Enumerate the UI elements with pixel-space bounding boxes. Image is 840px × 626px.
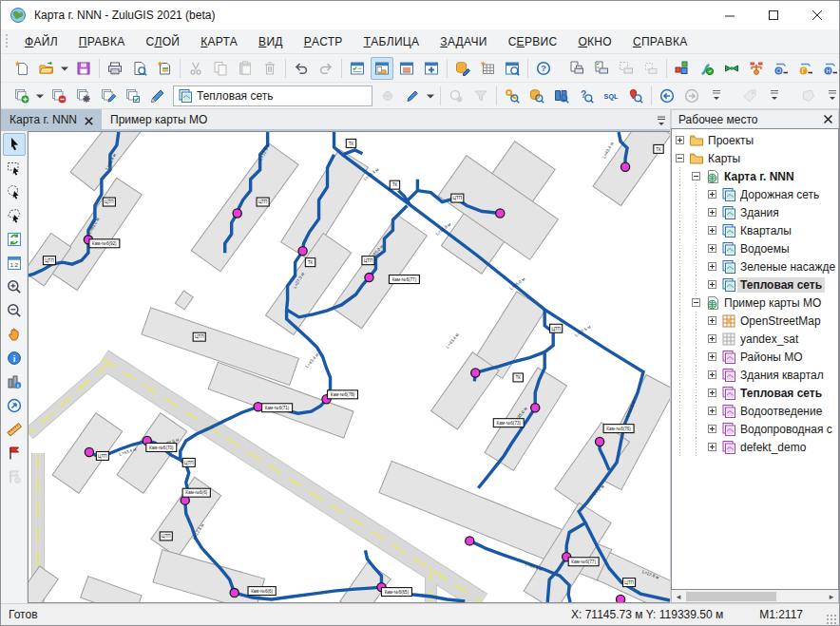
layer-add-button[interactable] bbox=[10, 85, 33, 107]
menu-11[interactable]: СПРАВКА bbox=[622, 29, 698, 53]
tree-item-yandex_sat[interactable]: yandex_sat bbox=[672, 330, 838, 348]
info-object-tool-button[interactable]: i bbox=[3, 370, 26, 393]
scroll-thumb[interactable] bbox=[686, 592, 776, 601]
tree-item-пример-карты-мо[interactable]: Пример карты МО bbox=[672, 294, 838, 312]
print-preview-button[interactable] bbox=[128, 57, 151, 80]
mode-return-button[interactable]: Г bbox=[794, 57, 817, 80]
tree-item-тепловая-сеть[interactable]: Тепловая сеть bbox=[672, 275, 838, 294]
zoom-out-tool-button[interactable] bbox=[3, 299, 26, 322]
tree-item-здания-квартал[interactable]: Здания квартал bbox=[672, 366, 838, 384]
menu-grip[interactable] bbox=[5, 33, 10, 50]
window-scale-tool-button[interactable]: 1:2 bbox=[3, 252, 26, 275]
nav-go-tool-button[interactable] bbox=[3, 394, 26, 417]
open-button[interactable] bbox=[35, 57, 58, 80]
overflow-button[interactable] bbox=[705, 85, 728, 107]
menu-10[interactable]: ОКНО bbox=[567, 29, 622, 53]
maximize-button[interactable] bbox=[752, 1, 795, 29]
tree-item-водопроводная-с[interactable]: Водопроводная с bbox=[672, 420, 838, 438]
expand-icon[interactable] bbox=[676, 136, 684, 144]
panel-close-icon[interactable] bbox=[822, 113, 834, 125]
network-node[interactable] bbox=[230, 588, 239, 597]
thermo-start-button[interactable] bbox=[696, 57, 718, 80]
help-button[interactable]: ? bbox=[532, 57, 555, 80]
menu-6[interactable]: РАСТР bbox=[294, 29, 353, 53]
find-address-button[interactable] bbox=[624, 85, 647, 107]
nav-back-button[interactable] bbox=[656, 85, 678, 107]
db-edit-button[interactable] bbox=[451, 57, 474, 80]
map-tab-2[interactable]: Пример карты МО bbox=[102, 109, 216, 129]
expand-icon[interactable] bbox=[708, 316, 716, 325]
expand-icon[interactable] bbox=[708, 190, 716, 199]
menu-5[interactable]: ВИД bbox=[248, 29, 294, 53]
expand-icon[interactable] bbox=[708, 208, 716, 217]
dropdown-arrow-button[interactable] bbox=[426, 85, 436, 107]
select-circle-tool-button[interactable] bbox=[3, 180, 26, 203]
collapse-icon[interactable] bbox=[692, 172, 700, 180]
network-node[interactable] bbox=[471, 369, 480, 377]
thermo-consumer-button[interactable] bbox=[745, 57, 768, 80]
collapse-icon[interactable] bbox=[676, 154, 684, 162]
expand-icon[interactable] bbox=[708, 425, 716, 433]
dropdown-arrow-button[interactable] bbox=[35, 85, 46, 107]
tree-item-кварталы[interactable]: Кварталы bbox=[672, 221, 838, 239]
network-node[interactable] bbox=[531, 404, 540, 412]
expand-icon[interactable] bbox=[708, 280, 716, 289]
print-button[interactable] bbox=[104, 57, 126, 80]
overflow-button[interactable] bbox=[763, 85, 786, 107]
expand-icon[interactable] bbox=[708, 352, 716, 361]
expand-icon[interactable] bbox=[708, 334, 716, 343]
tree-item-проекты[interactable]: Проекты bbox=[672, 131, 838, 149]
window-workspace-button[interactable] bbox=[371, 57, 393, 80]
sql-button[interactable]: SQL bbox=[600, 85, 622, 107]
dropdown-arrow-button[interactable] bbox=[60, 57, 70, 80]
expand-icon[interactable] bbox=[708, 407, 716, 415]
select-rect-tool-button[interactable] bbox=[3, 157, 26, 180]
expand-icon[interactable] bbox=[708, 370, 716, 379]
layer-visibility-button[interactable] bbox=[122, 85, 144, 107]
select-poly-tool-button[interactable] bbox=[3, 204, 26, 227]
flag-tool-button[interactable] bbox=[3, 442, 26, 465]
zoom-in-tool-button[interactable] bbox=[3, 275, 26, 298]
mode-supply-button[interactable]: О bbox=[770, 57, 792, 80]
network-node[interactable] bbox=[496, 209, 505, 218]
new-doc-button[interactable] bbox=[10, 57, 33, 80]
tree-item-водоемы[interactable]: Водоемы bbox=[672, 239, 838, 257]
find-key-button[interactable] bbox=[501, 85, 524, 107]
tree-item-зеленые-насажде[interactable]: Зеленые насажде bbox=[672, 257, 838, 275]
menu-2[interactable]: ПРАВКА bbox=[68, 29, 136, 53]
undo-button[interactable] bbox=[290, 57, 313, 80]
scroll-left-icon[interactable]: ◂ bbox=[672, 590, 685, 602]
edit-mode-button[interactable] bbox=[146, 85, 169, 107]
menu-9[interactable]: СЕРВИС bbox=[498, 29, 568, 53]
mode-head-button[interactable]: Н bbox=[819, 57, 839, 80]
report-new-button[interactable] bbox=[153, 57, 176, 80]
tree-item-районы-мо[interactable]: Районы МО bbox=[672, 348, 838, 366]
tree-item-дорожная-сеть[interactable]: Дорожная сеть bbox=[672, 185, 838, 203]
tree-item-openstreetmap[interactable]: OpenStreetMap bbox=[672, 312, 838, 330]
menu-7[interactable]: ТАБЛИЦА bbox=[353, 29, 430, 53]
map-canvas[interactable]: L=43.4 мL=12.8 мL=85.0 мL=27.5 мL=12.8 м… bbox=[28, 131, 670, 603]
tree-item-здания[interactable]: Здания bbox=[672, 203, 838, 221]
refresh-tool-button[interactable] bbox=[3, 228, 26, 251]
cursor-tool-button[interactable] bbox=[3, 133, 26, 156]
ruler-tool-button[interactable] bbox=[3, 418, 26, 441]
find-help-button[interactable]: ? bbox=[575, 85, 598, 107]
menu-4[interactable]: КАРТА bbox=[190, 29, 248, 53]
tree-item-карты[interactable]: Карты bbox=[672, 149, 838, 167]
menu-1[interactable]: ФАЙЛ bbox=[14, 29, 68, 53]
heat-network-map[interactable]: L=43.4 мL=12.8 мL=85.0 мL=27.5 мL=12.8 м… bbox=[29, 132, 670, 602]
network-node[interactable] bbox=[365, 274, 373, 282]
tree-item-карта-г-nnn[interactable]: Карта г. NNN bbox=[672, 167, 838, 185]
expand-icon[interactable] bbox=[708, 244, 716, 253]
tab-list-button[interactable] bbox=[653, 114, 670, 129]
tree-item-водоотведение[interactable]: Водоотведение bbox=[672, 402, 838, 420]
tree-item-defekt_demo[interactable]: defekt_demo bbox=[672, 438, 838, 456]
tree-item-тепловая-сеть[interactable]: Тепловая сеть bbox=[672, 384, 838, 402]
expand-icon[interactable] bbox=[708, 262, 716, 271]
scroll-right-icon[interactable]: ▸ bbox=[825, 590, 838, 602]
active-layer-combobox[interactable]: Тепловая сеть bbox=[173, 85, 372, 106]
legend-button[interactable] bbox=[671, 57, 694, 80]
menu-3[interactable]: СЛОЙ bbox=[135, 29, 190, 53]
edit-pencil-button[interactable] bbox=[401, 85, 424, 107]
save-button[interactable] bbox=[72, 57, 95, 80]
